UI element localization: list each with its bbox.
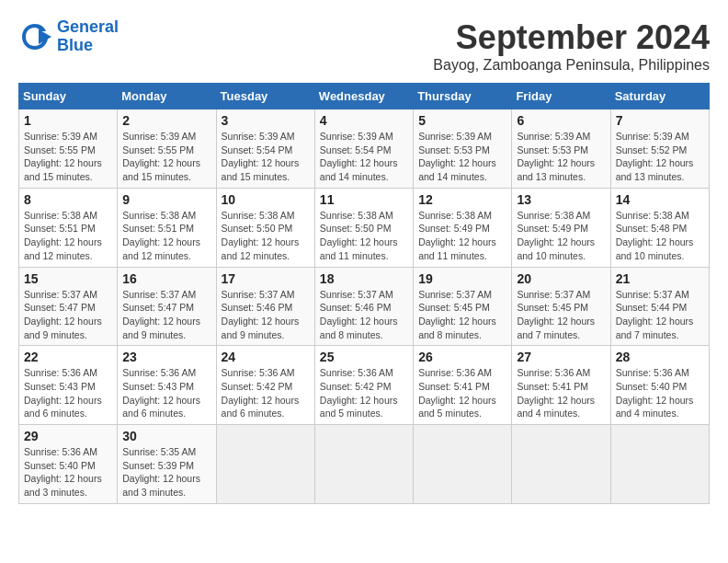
day-info: Sunrise: 5:39 AM Sunset: 5:53 PM Dayligh… — [418, 130, 506, 184]
logo-blue: Blue — [57, 36, 93, 54]
calendar-day-cell: 22 Sunrise: 5:36 AM Sunset: 5:43 PM Dayl… — [19, 346, 118, 425]
day-number: 1 — [24, 113, 112, 128]
day-info: Sunrise: 5:38 AM Sunset: 5:51 PM Dayligh… — [24, 209, 112, 263]
calendar-day-cell: 21 Sunrise: 5:37 AM Sunset: 5:44 PM Dayl… — [610, 267, 709, 346]
logo: General Blue — [18, 18, 119, 55]
day-number: 9 — [122, 192, 210, 207]
calendar-day-cell: 28 Sunrise: 5:36 AM Sunset: 5:40 PM Dayl… — [610, 346, 709, 425]
day-number: 11 — [320, 192, 408, 207]
day-info: Sunrise: 5:37 AM Sunset: 5:46 PM Dayligh… — [222, 288, 310, 342]
day-info: Sunrise: 5:37 AM Sunset: 5:45 PM Dayligh… — [418, 288, 506, 342]
calendar-day-cell: 3 Sunrise: 5:39 AM Sunset: 5:54 PM Dayli… — [216, 109, 314, 189]
logo-text: General Blue — [57, 18, 119, 55]
day-info: Sunrise: 5:36 AM Sunset: 5:40 PM Dayligh… — [24, 445, 112, 500]
logo-general: General — [57, 17, 119, 36]
day-info: Sunrise: 5:36 AM Sunset: 5:43 PM Dayligh… — [24, 366, 112, 420]
day-number: 20 — [517, 271, 605, 286]
calendar-day-cell: 30 Sunrise: 5:35 AM Sunset: 5:39 PM Dayl… — [118, 425, 216, 504]
day-number: 3 — [222, 113, 310, 128]
calendar-day-cell: 8 Sunrise: 5:38 AM Sunset: 5:51 PM Dayli… — [19, 188, 118, 267]
day-number: 22 — [24, 350, 112, 364]
day-info: Sunrise: 5:37 AM Sunset: 5:45 PM Dayligh… — [517, 288, 605, 342]
day-info: Sunrise: 5:36 AM Sunset: 5:41 PM Dayligh… — [418, 366, 506, 420]
day-number: 24 — [222, 350, 310, 364]
calendar-day-cell: 12 Sunrise: 5:38 AM Sunset: 5:49 PM Dayl… — [414, 188, 512, 267]
day-info: Sunrise: 5:38 AM Sunset: 5:49 PM Dayligh… — [418, 209, 506, 263]
day-info: Sunrise: 5:37 AM Sunset: 5:47 PM Dayligh… — [122, 288, 210, 342]
day-number: 30 — [122, 429, 210, 443]
day-info: Sunrise: 5:37 AM Sunset: 5:44 PM Dayligh… — [616, 288, 704, 342]
day-number: 5 — [418, 113, 506, 128]
calendar-day-cell: 9 Sunrise: 5:38 AM Sunset: 5:51 PM Dayli… — [118, 188, 216, 267]
calendar-day-cell: 2 Sunrise: 5:39 AM Sunset: 5:55 PM Dayli… — [118, 109, 216, 189]
calendar-day-cell: 4 Sunrise: 5:39 AM Sunset: 5:54 PM Dayli… — [314, 109, 413, 189]
day-info: Sunrise: 5:35 AM Sunset: 5:39 PM Dayligh… — [122, 445, 210, 500]
calendar-week-row: 1 Sunrise: 5:39 AM Sunset: 5:55 PM Dayli… — [19, 109, 710, 189]
day-number: 28 — [616, 350, 704, 364]
day-number: 26 — [418, 350, 506, 364]
day-number: 23 — [122, 350, 210, 364]
day-info: Sunrise: 5:36 AM Sunset: 5:42 PM Dayligh… — [320, 366, 408, 420]
calendar-day-cell: 20 Sunrise: 5:37 AM Sunset: 5:45 PM Dayl… — [512, 267, 610, 346]
day-info: Sunrise: 5:36 AM Sunset: 5:43 PM Dayligh… — [122, 366, 210, 420]
calendar-header-row: Sunday Monday Tuesday Wednesday Thursday… — [19, 84, 710, 109]
calendar-day-cell: 11 Sunrise: 5:38 AM Sunset: 5:50 PM Dayl… — [314, 188, 413, 267]
calendar-day-cell: 27 Sunrise: 5:36 AM Sunset: 5:41 PM Dayl… — [512, 346, 610, 425]
location-subtitle: Bayog, Zamboanga Peninsula, Philippines — [433, 57, 710, 74]
col-saturday: Saturday — [610, 84, 709, 109]
calendar-day-cell: 7 Sunrise: 5:39 AM Sunset: 5:52 PM Dayli… — [610, 109, 709, 189]
calendar-week-row: 15 Sunrise: 5:37 AM Sunset: 5:47 PM Dayl… — [19, 267, 710, 346]
day-number: 7 — [616, 113, 704, 128]
day-number: 18 — [320, 271, 408, 286]
day-number: 13 — [517, 192, 605, 207]
calendar-day-cell: 14 Sunrise: 5:38 AM Sunset: 5:48 PM Dayl… — [610, 188, 709, 267]
day-info: Sunrise: 5:38 AM Sunset: 5:50 PM Dayligh… — [222, 209, 310, 263]
title-block: September 2024 Bayog, Zamboanga Peninsul… — [433, 18, 710, 74]
col-thursday: Thursday — [414, 84, 512, 109]
calendar-day-cell — [512, 425, 610, 504]
day-info: Sunrise: 5:38 AM Sunset: 5:48 PM Dayligh… — [616, 209, 704, 263]
calendar-day-cell: 29 Sunrise: 5:36 AM Sunset: 5:40 PM Dayl… — [19, 425, 118, 504]
month-year-title: September 2024 — [433, 18, 710, 57]
col-tuesday: Tuesday — [216, 84, 314, 109]
calendar-day-cell: 6 Sunrise: 5:39 AM Sunset: 5:53 PM Dayli… — [512, 109, 610, 189]
day-number: 8 — [24, 192, 112, 207]
day-number: 25 — [320, 350, 408, 364]
calendar-day-cell: 10 Sunrise: 5:38 AM Sunset: 5:50 PM Dayl… — [216, 188, 314, 267]
day-number: 10 — [222, 192, 310, 207]
day-info: Sunrise: 5:36 AM Sunset: 5:42 PM Dayligh… — [222, 366, 310, 420]
day-number: 14 — [616, 192, 704, 207]
day-info: Sunrise: 5:36 AM Sunset: 5:41 PM Dayligh… — [517, 366, 605, 420]
calendar-week-row: 29 Sunrise: 5:36 AM Sunset: 5:40 PM Dayl… — [19, 425, 710, 504]
day-info: Sunrise: 5:39 AM Sunset: 5:54 PM Dayligh… — [222, 130, 310, 184]
calendar-day-cell: 25 Sunrise: 5:36 AM Sunset: 5:42 PM Dayl… — [314, 346, 413, 425]
calendar-day-cell: 5 Sunrise: 5:39 AM Sunset: 5:53 PM Dayli… — [414, 109, 512, 189]
calendar-day-cell — [314, 425, 413, 504]
day-number: 2 — [122, 113, 210, 128]
calendar-day-cell: 24 Sunrise: 5:36 AM Sunset: 5:42 PM Dayl… — [216, 346, 314, 425]
day-info: Sunrise: 5:38 AM Sunset: 5:51 PM Dayligh… — [122, 209, 210, 263]
day-number: 6 — [517, 113, 605, 128]
day-info: Sunrise: 5:38 AM Sunset: 5:49 PM Dayligh… — [517, 209, 605, 263]
day-info: Sunrise: 5:39 AM Sunset: 5:52 PM Dayligh… — [616, 130, 704, 184]
calendar-week-row: 8 Sunrise: 5:38 AM Sunset: 5:51 PM Dayli… — [19, 188, 710, 267]
calendar-day-cell: 17 Sunrise: 5:37 AM Sunset: 5:46 PM Dayl… — [216, 267, 314, 346]
col-monday: Monday — [118, 84, 216, 109]
day-number: 12 — [418, 192, 506, 207]
calendar-day-cell: 15 Sunrise: 5:37 AM Sunset: 5:47 PM Dayl… — [19, 267, 118, 346]
calendar-day-cell: 26 Sunrise: 5:36 AM Sunset: 5:41 PM Dayl… — [414, 346, 512, 425]
day-number: 4 — [320, 113, 408, 128]
col-wednesday: Wednesday — [314, 84, 413, 109]
day-number: 21 — [616, 271, 704, 286]
col-sunday: Sunday — [19, 84, 118, 109]
day-number: 16 — [122, 271, 210, 286]
page-header: General Blue September 2024 Bayog, Zambo… — [18, 18, 710, 74]
calendar-day-cell: 1 Sunrise: 5:39 AM Sunset: 5:55 PM Dayli… — [19, 109, 118, 189]
day-info: Sunrise: 5:39 AM Sunset: 5:54 PM Dayligh… — [320, 130, 408, 184]
calendar-table: Sunday Monday Tuesday Wednesday Thursday… — [18, 83, 710, 504]
calendar-day-cell — [216, 425, 314, 504]
day-number: 19 — [418, 271, 506, 286]
calendar-day-cell: 16 Sunrise: 5:37 AM Sunset: 5:47 PM Dayl… — [118, 267, 216, 346]
calendar-day-cell: 18 Sunrise: 5:37 AM Sunset: 5:46 PM Dayl… — [314, 267, 413, 346]
calendar-day-cell: 13 Sunrise: 5:38 AM Sunset: 5:49 PM Dayl… — [512, 188, 610, 267]
